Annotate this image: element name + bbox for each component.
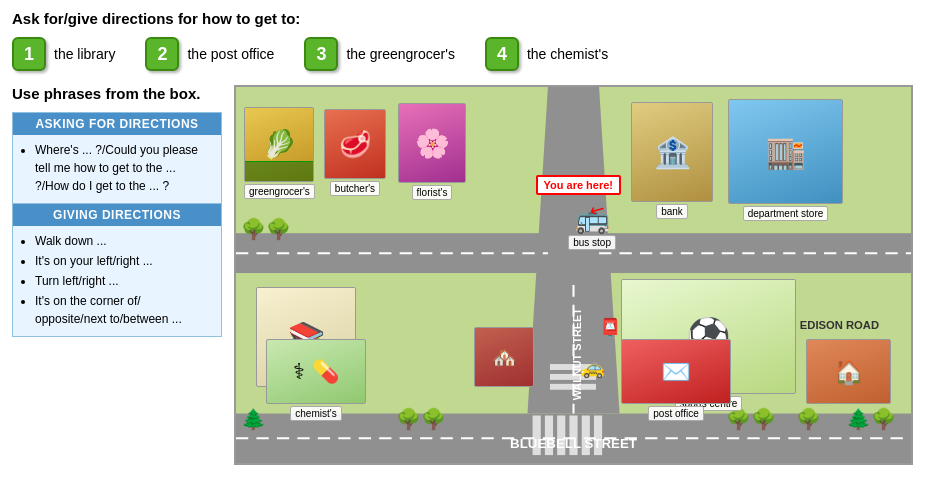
- post-office-label: post office: [648, 406, 703, 421]
- greengrocer-building: 🥬 greengrocer's: [244, 107, 315, 199]
- item-label-3: the greengrocer's: [346, 46, 455, 62]
- asking-phrase-1: Where's ... ?/Could you please tell me h…: [35, 141, 213, 195]
- tree-8: 🌳: [796, 407, 821, 431]
- giving-directions-box: GIVING DIRECTIONS Walk down ... It's on …: [12, 204, 222, 337]
- giving-phrase-4: It's on the corner of/ opposite/next to/…: [35, 292, 213, 328]
- tree-10: 🌳: [871, 407, 896, 431]
- tree-4: 🌳: [396, 407, 421, 431]
- numbered-item-2: 2 the post office: [145, 37, 274, 71]
- dept-store-building: 🏬 department store: [728, 99, 843, 221]
- map-background: BLUEBELL STREET WALNUT STREET EDISON ROA…: [236, 87, 911, 463]
- main-row: Use phrases from the box. ASKING FOR DIR…: [12, 85, 913, 465]
- house-building: 🏠: [806, 339, 891, 404]
- bank-label: bank: [656, 204, 688, 219]
- chemist-building: ⚕ 💊 chemist's: [266, 339, 366, 421]
- florist-label: florist's: [412, 185, 453, 200]
- tree-1: 🌳: [241, 217, 266, 241]
- small-house-building: 🏘️: [474, 327, 534, 387]
- badge-4: 4: [485, 37, 519, 71]
- florist-building: 🌸 florist's: [398, 103, 466, 200]
- tree-9: 🌲: [846, 407, 871, 431]
- greengrocer-label: greengrocer's: [244, 184, 315, 199]
- bank-building: 🏦 bank: [631, 102, 713, 219]
- giving-content: Walk down ... It's on your left/right ..…: [13, 226, 221, 336]
- item-label-1: the library: [54, 46, 115, 62]
- numbered-item-3: 3 the greengrocer's: [304, 37, 455, 71]
- tree-5: 🌳: [421, 407, 446, 431]
- you-are-here-label: You are here!: [536, 175, 622, 195]
- bus-stop-label: bus stop: [568, 235, 616, 250]
- numbered-item-1: 1 the library: [12, 37, 115, 71]
- giving-phrase-1: Walk down ...: [35, 232, 213, 250]
- item-label-2: the post office: [187, 46, 274, 62]
- asking-content: Where's ... ?/Could you please tell me h…: [13, 135, 221, 203]
- numbered-items-row: 1 the library 2 the post office 3 the gr…: [12, 37, 913, 71]
- butcher-label: butcher's: [330, 181, 380, 196]
- svg-text:BLUEBELL STREET: BLUEBELL STREET: [510, 436, 637, 451]
- numbered-item-4: 4 the chemist's: [485, 37, 608, 71]
- map-container: BLUEBELL STREET WALNUT STREET EDISON ROA…: [234, 85, 913, 465]
- item-label-4: the chemist's: [527, 46, 608, 62]
- tree-3: 🌲: [241, 407, 266, 431]
- badge-3: 3: [304, 37, 338, 71]
- giving-phrase-3: Turn left/right ...: [35, 272, 213, 290]
- badge-2: 2: [145, 37, 179, 71]
- giving-phrase-2: It's on your left/right ...: [35, 252, 213, 270]
- asking-header: ASKING FOR DIRECTIONS: [13, 113, 221, 135]
- taxi-icon: 🚕: [580, 355, 605, 379]
- dept-store-label: department store: [743, 206, 829, 221]
- giving-header: GIVING DIRECTIONS: [13, 204, 221, 226]
- left-panel: Use phrases from the box. ASKING FOR DIR…: [12, 85, 222, 465]
- chemist-label: chemist's: [290, 406, 341, 421]
- butcher-building: 🥩 butcher's: [324, 109, 386, 196]
- post-office-building: ✉️ post office: [621, 339, 731, 421]
- use-phrases-heading: Use phrases from the box.: [12, 85, 222, 102]
- tree-2: 🌳: [266, 217, 291, 241]
- phone-box: 📮: [599, 317, 621, 339]
- svg-text:EDISON ROAD: EDISON ROAD: [800, 320, 879, 332]
- top-instruction: Ask for/give directions for how to get t…: [12, 10, 913, 27]
- badge-1: 1: [12, 37, 46, 71]
- asking-directions-box: ASKING FOR DIRECTIONS Where's ... ?/Coul…: [12, 112, 222, 204]
